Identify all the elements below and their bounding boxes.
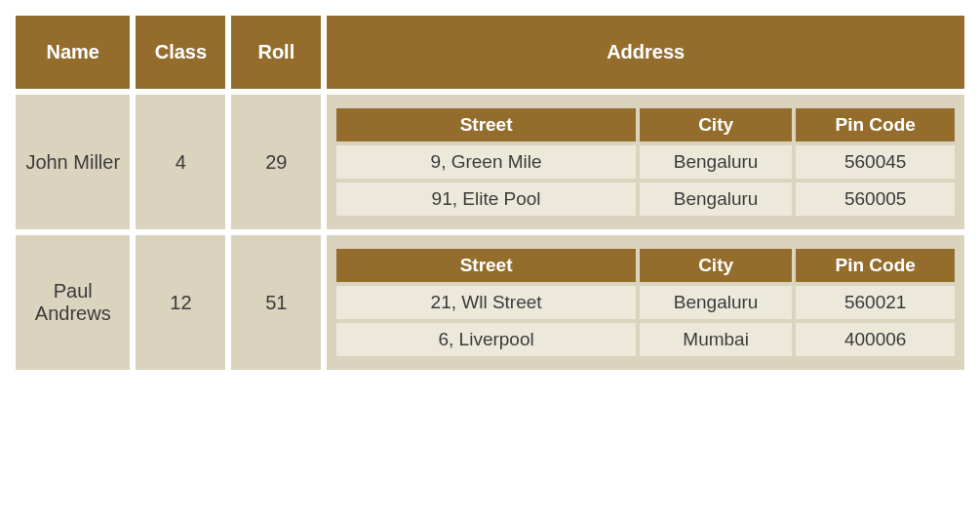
address-header-street: Street [336, 108, 636, 141]
address-street: 6, Liverpool [336, 323, 636, 356]
address-header-row: Street City Pin Code [336, 108, 955, 141]
cell-class: 12 [136, 235, 225, 370]
address-header-street: Street [336, 249, 636, 282]
address-city: Bengaluru [640, 182, 792, 216]
cell-name: Paul Andrews [16, 235, 130, 370]
address-header-pin: Pin Code [796, 249, 955, 282]
address-street: 9, Green Mile [336, 145, 636, 179]
address-pin: 560021 [796, 286, 955, 319]
cell-name: John Miller [16, 95, 130, 229]
address-header-city: City [640, 249, 792, 282]
address-header-city: City [640, 108, 792, 141]
address-table: Street City Pin Code 21, Wll Street Beng… [333, 245, 959, 360]
address-city: Bengaluru [640, 145, 792, 179]
cell-address: Street City Pin Code 21, Wll Street Beng… [327, 235, 964, 370]
address-pin: 560045 [796, 145, 955, 179]
address-row: 21, Wll Street Bengaluru 560021 [336, 286, 955, 319]
address-street: 91, Elite Pool [336, 182, 636, 216]
address-pin: 400006 [796, 323, 955, 356]
address-table: Street City Pin Code 9, Green Mile Benga… [333, 104, 959, 220]
header-address: Address [327, 16, 964, 89]
address-city: Bengaluru [640, 286, 792, 319]
address-city: Mumbai [640, 323, 792, 356]
header-name: Name [16, 16, 130, 89]
address-street: 21, Wll Street [336, 286, 636, 319]
header-class: Class [136, 16, 225, 89]
table-row: John Miller 4 29 Street City Pin Code 9,… [16, 95, 964, 229]
address-row: 91, Elite Pool Bengaluru 560005 [336, 182, 955, 216]
cell-address: Street City Pin Code 9, Green Mile Benga… [327, 95, 964, 229]
cell-class: 4 [136, 95, 225, 229]
cell-roll: 29 [231, 95, 321, 229]
header-row: Name Class Roll Address [16, 16, 964, 89]
address-header-pin: Pin Code [796, 108, 955, 141]
student-table: Name Class Roll Address John Miller 4 29… [10, 10, 970, 376]
address-header-row: Street City Pin Code [336, 249, 955, 282]
address-row: 9, Green Mile Bengaluru 560045 [336, 145, 955, 179]
address-row: 6, Liverpool Mumbai 400006 [336, 323, 955, 356]
table-row: Paul Andrews 12 51 Street City Pin Code … [16, 235, 964, 370]
address-pin: 560005 [796, 182, 955, 216]
cell-roll: 51 [231, 235, 321, 370]
header-roll: Roll [231, 16, 321, 89]
